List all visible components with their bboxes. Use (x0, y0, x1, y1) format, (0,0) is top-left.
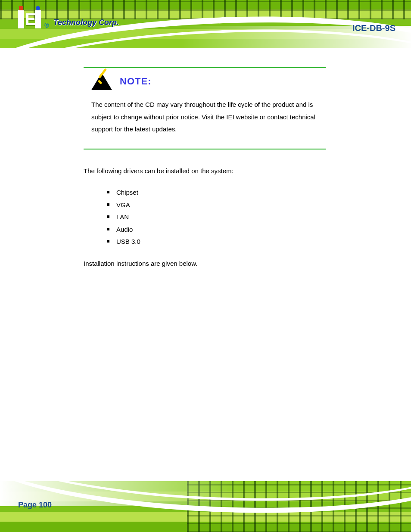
header-banner: E ® Technology Corp. ICE-DB-9S (0, 0, 411, 48)
note-box: NOTE: The content of the CD may vary thr… (84, 67, 326, 149)
brand-logo-mark: E (17, 10, 42, 29)
list-item: Audio (116, 224, 326, 236)
registered-mark: ® (44, 22, 49, 29)
list-item: LAN (116, 211, 326, 224)
list-item: VGA (116, 199, 326, 212)
list-item: USB 3.0 (116, 236, 326, 248)
page-content: NOTE: The content of the CD may vary thr… (84, 67, 326, 279)
brand-tagline: Technology Corp. (53, 18, 119, 29)
note-header: NOTE: (91, 73, 318, 90)
footer-banner: Page 100 (0, 481, 411, 532)
outro-paragraph: Installation instructions are given belo… (84, 258, 326, 270)
page-number: Page 100 (18, 501, 52, 510)
list-item: Chipset (116, 187, 326, 199)
product-label: ICE-DB-9S (352, 23, 395, 33)
note-title: NOTE: (120, 76, 151, 87)
driver-list: Chipset VGA LAN Audio USB 3.0 (84, 187, 326, 248)
intro-paragraph: The following drivers can be installed o… (84, 165, 326, 177)
brand-logo: E ® Technology Corp. (17, 10, 119, 29)
note-body: The content of the CD may vary throughou… (91, 99, 318, 136)
note-check-icon (91, 73, 112, 90)
